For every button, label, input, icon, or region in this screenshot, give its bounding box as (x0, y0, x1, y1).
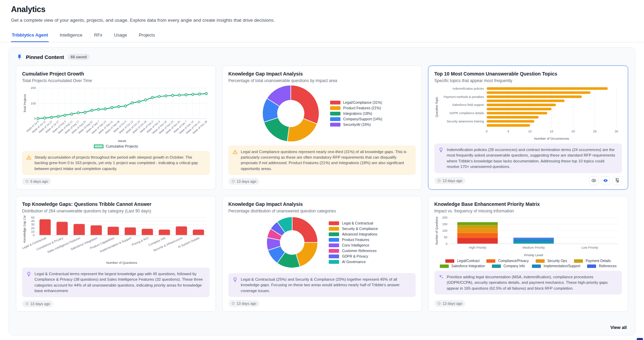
legend-label: Product Features (21%) (343, 106, 381, 110)
svg-text:Number of Questions: Number of Questions (435, 217, 438, 244)
svg-text:100: 100 (31, 102, 36, 105)
svg-text:0: 0 (34, 117, 36, 120)
card-cumulative-project-growth[interactable]: Cumulative Project Growth Total Projects… (16, 66, 216, 190)
view-all-link[interactable]: View all (611, 325, 627, 330)
card-subtitle: Total Projects Accumulated Over Time (22, 78, 210, 83)
legend-label: Product Features (342, 238, 369, 242)
svg-text:25: 25 (593, 130, 596, 133)
svg-text:50: 50 (444, 236, 447, 239)
svg-text:GDPR compliance details: GDPR compliance details (449, 111, 484, 115)
tab-usage[interactable]: Usage (113, 30, 128, 42)
card-priority-matrix[interactable]: Knowledge Base Enhancement Priority Matr… (428, 196, 628, 312)
chart-legend: Legal & ContractualSecurity & Compliance… (329, 221, 378, 264)
card-subtitle: Percentage of total unanswerable questio… (228, 78, 416, 83)
svg-text:200: 200 (31, 86, 36, 90)
legend-item: Product Features (329, 238, 378, 242)
svg-text:Salesforce field support: Salesforce field support (452, 103, 484, 107)
card-title: Top 10 Most Common Unanswerable Question… (434, 71, 622, 77)
legend-item: Security & Compliance (329, 227, 378, 231)
lightbulb-icon (26, 271, 31, 277)
legend-item: Legal/Compliance (31%) (330, 101, 382, 104)
card-knowledge-gap-impact-1[interactable]: Knowledge Gap Impact Analysis Percentage… (222, 66, 422, 190)
legend-label: Security Ops (547, 259, 567, 263)
unpin-button[interactable] (613, 176, 622, 185)
legend-item: Customer References (329, 249, 378, 253)
warning-icon (232, 149, 238, 154)
legend-swatch (329, 227, 339, 231)
legend-item: Implementation/Support (532, 264, 580, 268)
eye-icon (591, 178, 596, 183)
insight-text: Steady accumulation of projects througho… (34, 154, 206, 171)
legend-label: Company/Support (14%) (343, 117, 382, 121)
svg-text:Knowledge Gap Catego: Knowledge Gap Catego (23, 216, 26, 243)
legend-item: Compliance/Privacy (486, 259, 528, 263)
clock-icon (231, 302, 235, 305)
timestamp-badge: 13 days ago (228, 300, 259, 307)
card-title: Knowledge Base Enhancement Priority Matr… (434, 201, 622, 207)
blue-eye-icon (603, 178, 608, 183)
svg-text:0: 0 (33, 233, 34, 237)
legend-label: Legal/Compliance (31%) (343, 101, 382, 104)
legend-swatch (329, 249, 339, 253)
clock-icon (231, 180, 235, 183)
donut-chart (262, 84, 320, 142)
card-knowledge-gap-impact-2[interactable]: Knowledge Gap Impact Analysis Percentage… (222, 196, 422, 312)
blue-eye-button[interactable] (601, 176, 610, 185)
legend-swatch (329, 260, 339, 264)
legend-item: Security/AI (16%) (330, 123, 382, 127)
tab-rfx[interactable]: RFx (93, 30, 103, 42)
lightbulb-icon (232, 277, 238, 282)
svg-text:30: 30 (31, 223, 34, 226)
legend-swatch (330, 117, 340, 121)
svg-text:20: 20 (572, 130, 575, 133)
horizontal-bar-chart: 051015202530Indemnification policiesPaym… (434, 85, 622, 141)
tab-bar: Tribblytics AgentIntelligenceRFxUsagePro… (0, 30, 644, 42)
stacked-bar-chart: 050100150200High PriorityMedium Priority… (434, 216, 622, 258)
lightbulb-icon (438, 147, 444, 152)
svg-text:Security awareness training: Security awareness training (447, 120, 484, 123)
legend-item: Product Features (21%) (330, 106, 382, 110)
legend-label: Company Info (504, 264, 525, 268)
view-button[interactable] (589, 176, 598, 185)
legend-item: Conv Intelligence (329, 243, 378, 247)
svg-text:150: 150 (442, 222, 447, 226)
page-header: Analytics Get a complete view of your ag… (0, 0, 644, 23)
pin-icon (17, 54, 22, 60)
legend-label: Advanced Integrations (342, 232, 377, 236)
legend-swatch (330, 106, 340, 110)
pinned-content-title: Pinned Content (26, 54, 64, 60)
card-title: Knowledge Gap Impact Analysis (228, 71, 416, 77)
clock-icon (437, 179, 441, 182)
clock-icon (25, 302, 29, 306)
svg-text:20: 20 (31, 227, 34, 230)
svg-text:10: 10 (31, 230, 34, 233)
page-title: Analytics (11, 5, 633, 14)
tab-intelligence[interactable]: Intelligence (59, 30, 83, 42)
card-top-knowledge-gaps[interactable]: Top Knowledge Gaps: Questions Tribble Ca… (16, 196, 216, 312)
legend-item: Salesforce Integration (440, 264, 485, 268)
timestamp-badge: 13 days ago (434, 300, 465, 307)
legend-item: Payment Details (574, 259, 611, 263)
svg-text:Medium Priority: Medium Priority (523, 246, 545, 249)
legend-swatch (329, 254, 339, 258)
card-subtitle: Specific topics that appear most frequen… (434, 78, 622, 83)
legend-label: Conv Intelligence (342, 243, 369, 247)
svg-text:0: 0 (486, 130, 487, 133)
tab-projects[interactable]: Projects (138, 30, 156, 42)
svg-text:Total Projects: Total Projects (23, 94, 27, 113)
pinned-content-panel: Pinned Content 66 saved Cumulative Proje… (9, 47, 635, 336)
insight-text: Legal and Compliance questions represent… (241, 149, 412, 172)
insight-text: Prioritize adding legal documentation (M… (447, 274, 618, 291)
tab-tribblytics-agent[interactable]: Tribblytics Agent (11, 30, 49, 42)
card-subtitle: Impact vs. frequency of missing informat… (434, 209, 622, 213)
legend-label: Customer References (342, 249, 376, 253)
legend-swatch (587, 264, 596, 268)
legend-label: Salesforce Integration (452, 264, 485, 268)
saved-count-badge: 66 saved (68, 54, 90, 60)
svg-text:50: 50 (31, 216, 34, 219)
clock-icon (437, 302, 441, 305)
legend-label: Compliance/Privacy (498, 259, 528, 263)
card-top-10-unanswerable-topics[interactable]: Top 10 Most Common Unanswerable Question… (428, 66, 628, 190)
legend-label: Integrations (18%) (343, 112, 372, 116)
donut-chart (266, 216, 318, 269)
